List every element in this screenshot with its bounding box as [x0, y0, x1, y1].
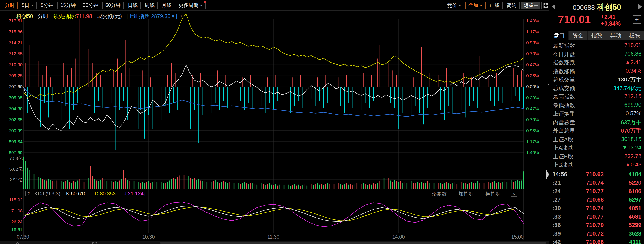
close-indicator-icon[interactable]: × — [511, 191, 517, 197]
chart-canvas[interactable] — [0, 0, 644, 244]
price-axis-label: 714.21 — [0, 40, 22, 45]
horizontal-scrollbar[interactable] — [160, 242, 546, 243]
price-axis-label: 702.65 — [0, 117, 22, 122]
time-axis-label: 10:30 — [136, 234, 162, 240]
quote-row: 指数涨跌▲2.41 — [550, 58, 644, 66]
percent-axis-label: 0.70% — [526, 51, 539, 56]
quote-row: 上B涨跌▲0.48 — [550, 160, 644, 169]
quote-row: 今日开盘706.86 — [550, 49, 644, 58]
time-axis-label: 15:00 — [496, 234, 524, 240]
last-price: 710.01 — [558, 13, 591, 26]
price-axis-label: 697.69 — [0, 150, 22, 155]
tick-row: :33710.774681 — [550, 213, 644, 221]
time-axis-label: 11:30 — [260, 234, 286, 240]
volume-bars — [24, 157, 524, 189]
kdj-j-line — [24, 202, 524, 226]
panel-tab-盘口[interactable]: 盘口 — [550, 31, 569, 40]
kdj-axis-label: 26.24 — [0, 219, 22, 224]
price-axis-label: 704.30 — [0, 106, 22, 111]
switch-indicator-button[interactable]: 换指标 — [486, 190, 501, 197]
price-axis-label: 715.86 — [0, 29, 22, 34]
change-params-button[interactable]: 改参数 — [431, 190, 447, 197]
kdj-actions: 改参数 加指标 换指标 × — [425, 190, 522, 197]
tick-row: :42710.684111 — [550, 238, 644, 244]
quote-row: 外盘总量670万手 — [550, 126, 644, 135]
quote-row: 总成交额347.74亿元 — [550, 83, 644, 92]
stock-title: 000688科创50 — [550, 2, 644, 13]
price-axis-label: 705.95 — [0, 95, 22, 100]
price-axis-label: 707.60 — [0, 84, 22, 89]
kdj-d-value: D:80.353↓ — [95, 191, 118, 197]
volume-axis-label: 7.53亿 — [0, 155, 22, 161]
price-axis-label: 712.55 — [0, 51, 22, 56]
kdj-d-line — [24, 207, 524, 220]
percent-axis-label: 1.17% — [526, 29, 539, 34]
leading-indicator-line — [24, 14, 524, 98]
kdj-j-value: J:21.124↓ — [124, 191, 146, 197]
next-stock-icon[interactable] — [638, 4, 642, 10]
kdj-label: KDJ (9,3,3) — [34, 191, 60, 197]
kdj-axis-label: 115.92 — [0, 197, 22, 202]
percent-axis-label: 0.23% — [526, 73, 539, 78]
tick-row: :36710.795299 — [550, 221, 644, 229]
percent-axis-label: 0.70% — [526, 117, 539, 122]
tick-list[interactable]: 14:56710.624184:21710.745220:24710.77610… — [550, 170, 644, 244]
stock-name: 科创50 — [597, 3, 621, 12]
quote-row: 上证换手0.57% — [550, 109, 644, 117]
quote-row: 总成交量1307万手 — [550, 75, 644, 83]
price-axis-label: 710.90 — [0, 62, 22, 67]
add-to-watchlist-button[interactable]: + — [633, 16, 641, 24]
panel-tab-板块[interactable]: 板块 — [625, 31, 644, 40]
price-axis-label: 700.99 — [0, 128, 22, 133]
panel-collapse-arrow[interactable] — [546, 169, 549, 180]
grid-lines — [24, 19, 524, 240]
percent-axis-label: 0.47% — [526, 62, 539, 67]
volume-axis-label: 2.51亿 — [0, 177, 22, 183]
quote-row: 最新指数710.01 — [550, 41, 644, 49]
settings-gear-icon[interactable]: ⚙ — [14, 241, 20, 244]
quote-row: 最低指数699.90 — [550, 100, 644, 109]
tick-row: :21710.745220 — [550, 179, 644, 187]
percent-axis-label: 0.00% — [526, 84, 539, 89]
tick-row: :30710.744051 — [550, 204, 644, 213]
panel-header: 000688科创50 — [550, 0, 644, 13]
percent-axis-label: 1.40% — [526, 18, 539, 24]
panel-tab-资金[interactable]: 资金 — [569, 31, 588, 40]
add-indicator-button[interactable]: 加指标 — [458, 190, 474, 197]
percent-axis-label: 0.93% — [526, 40, 539, 45]
percent-axis-label: 1.40% — [526, 150, 539, 155]
panel-tab-异动[interactable]: 异动 — [606, 31, 625, 40]
kdj-axis-label: 71.08 — [0, 208, 22, 213]
percent-axis-label: 0.93% — [526, 128, 539, 133]
quote-row: 最高指数712.15 — [550, 92, 644, 100]
change-value: +2.41 — [601, 14, 620, 21]
price-axis-label: 709.25 — [0, 73, 22, 78]
panel-tabs: 盘口资金指数异动板块 — [550, 31, 644, 40]
quote-table: 最新指数710.01今日开盘706.86指数涨跌▲2.41指数涨幅+0.34%总… — [550, 41, 644, 169]
time-axis-label: 07/30 — [17, 234, 29, 240]
tick-row: 14:56710.624184 — [550, 170, 644, 179]
tick-row: :27710.686297 — [550, 196, 644, 204]
percent-axis-label: 0.47% — [526, 106, 539, 111]
quote-row: 指数涨幅+0.34% — [550, 66, 644, 75]
tick-row: :24710.776106 — [550, 187, 644, 196]
time-axis-label: 14:00 — [386, 234, 412, 240]
price-change: +2.41 +0.34% — [601, 14, 620, 27]
price-axis-label: 717.51 — [0, 18, 22, 24]
kdj-k-line — [24, 206, 524, 222]
leading-impulse-bars — [26, 19, 524, 151]
tick-row: :39710.723628 — [550, 230, 644, 238]
help-icon[interactable]: ? — [25, 191, 32, 196]
quote-row: 内盘总量637万手 — [550, 117, 644, 126]
panel-resize-grip[interactable] — [546, 84, 549, 89]
panel-tab-指数[interactable]: 指数 — [588, 31, 606, 40]
price-axis-label: 699.34 — [0, 139, 22, 144]
panel-divider — [548, 0, 549, 244]
percent-axis-label: 0.23% — [526, 95, 539, 100]
quote-row: 上证B股232.78 — [550, 152, 644, 160]
stock-code: 000688 — [573, 4, 595, 11]
volume-axis-label: 5.02亿 — [0, 166, 22, 172]
kdj-axis-label: -18.61 — [0, 227, 22, 232]
quote-row: 上A涨跌▼13.24 — [550, 143, 644, 152]
percent-axis-label: 1.17% — [526, 139, 539, 144]
